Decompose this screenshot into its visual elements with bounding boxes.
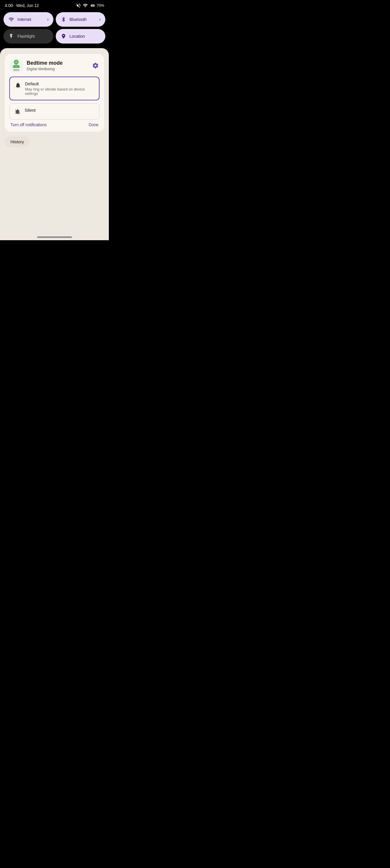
turn-off-notifications-button[interactable]: Turn off notifications <box>10 122 47 127</box>
flashlight-qs-icon <box>8 33 14 39</box>
internet-arrow: › <box>47 17 49 22</box>
default-option-content: Default May ring or vibrate based on dev… <box>25 81 94 96</box>
history-label: History <box>10 139 24 144</box>
notification-title-area: Bedtime mode Digital Wellbeing <box>27 60 91 71</box>
status-icons: 70% <box>76 3 104 8</box>
notification-app-name: Bedtime mode <box>27 60 91 66</box>
done-button[interactable]: Done <box>89 122 98 127</box>
home-bar <box>37 237 72 238</box>
notification-actions: Turn off notifications Done <box>9 122 99 127</box>
internet-label: Internet <box>18 17 44 22</box>
notification-app-sub: Digital Wellbeing <box>27 67 91 71</box>
sound-option-default[interactable]: Default May ring or vibrate based on dev… <box>9 76 99 100</box>
beta-badge: Beta <box>13 68 19 71</box>
silent-option-title: Silent <box>25 107 95 113</box>
battery-icon <box>90 3 95 8</box>
bluetooth-arrow: › <box>99 17 101 22</box>
bell-icon <box>14 82 22 89</box>
empty-space <box>5 147 104 228</box>
default-option-desc: May ring or vibrate based on device sett… <box>25 87 94 96</box>
flashlight-label: Flashlight <box>18 34 49 39</box>
location-label: Location <box>70 34 101 39</box>
notification-header: Beta Bedtime mode Digital Wellbeing <box>9 59 99 72</box>
app-icon: Beta <box>9 59 23 72</box>
bluetooth-qs-icon <box>60 16 67 23</box>
qs-tile-location[interactable]: Location <box>56 29 106 43</box>
wifi-icon <box>83 3 88 8</box>
status-bar: 4:00 Wed, Jun 12 70% <box>0 0 109 10</box>
bluetooth-label: Bluetooth <box>70 17 96 22</box>
svg-point-2 <box>15 61 18 64</box>
quick-settings-panel: Internet › Bluetooth › Flashlight Locati… <box>0 10 109 47</box>
home-indicator <box>0 233 109 240</box>
status-time: 4:00 <box>5 3 13 8</box>
svg-point-3 <box>14 65 19 68</box>
silent-option-content: Silent <box>25 107 95 113</box>
notification-panel: Beta Bedtime mode Digital Wellbeing Defa… <box>0 48 109 233</box>
digital-wellbeing-icon <box>11 60 21 68</box>
wifi-qs-icon <box>8 16 14 23</box>
sound-option-silent[interactable]: Silent <box>9 103 99 120</box>
default-option-title: Default <box>25 81 94 86</box>
qs-tile-bluetooth[interactable]: Bluetooth › <box>56 12 106 27</box>
settings-gear-button[interactable] <box>91 62 99 70</box>
location-qs-icon <box>60 33 67 39</box>
history-button[interactable]: History <box>5 136 30 147</box>
mute-icon <box>76 3 81 8</box>
battery-percent: 70% <box>97 3 104 7</box>
bedtime-notification-card: Beta Bedtime mode Digital Wellbeing Defa… <box>5 54 104 132</box>
qs-tile-flashlight[interactable]: Flashlight <box>3 29 53 43</box>
qs-tile-internet[interactable]: Internet › <box>3 12 53 27</box>
battery-indicator: 70% <box>90 3 104 8</box>
status-time-date: 4:00 Wed, Jun 12 <box>5 3 39 8</box>
silent-bell-icon <box>14 108 21 115</box>
status-date: Wed, Jun 12 <box>16 3 39 8</box>
